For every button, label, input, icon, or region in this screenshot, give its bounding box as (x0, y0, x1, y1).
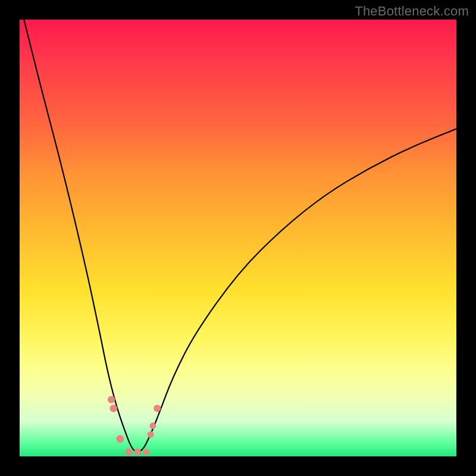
marker-point (154, 405, 161, 412)
plot-area (20, 20, 456, 456)
marker-point (126, 449, 132, 455)
bottleneck-curve (24, 20, 456, 452)
marker-point (148, 431, 154, 438)
watermark-text: TheBottleneck.com (355, 4, 469, 19)
marker-point (110, 405, 118, 412)
curve-layer (20, 20, 456, 456)
marker-point (134, 449, 141, 456)
chart-frame: TheBottleneck.com (0, 0, 476, 476)
marker-point (108, 396, 115, 403)
marker-point (143, 449, 150, 455)
marker-point (149, 422, 156, 429)
marker-point (116, 435, 124, 443)
